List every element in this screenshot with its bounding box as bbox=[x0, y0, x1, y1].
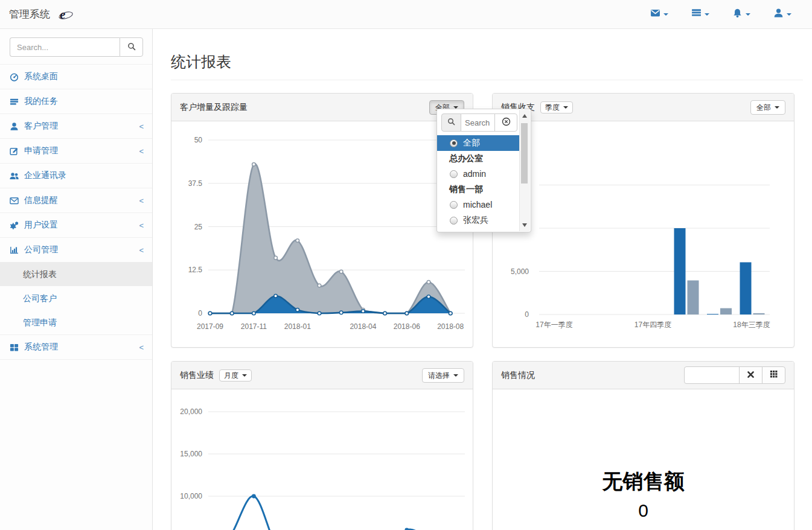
circle-x-icon bbox=[502, 117, 511, 128]
scroll-up-arrow[interactable] bbox=[522, 114, 527, 118]
scrollbar-thumb[interactable] bbox=[521, 123, 528, 184]
dropdown-option[interactable]: admin bbox=[437, 166, 520, 182]
sidebar-item-th-large[interactable]: 系统管理< bbox=[0, 334, 152, 359]
sidebar-subitem[interactable]: 统计报表 bbox=[0, 262, 152, 286]
sidebar-item-label: 申请管理 bbox=[24, 145, 58, 156]
notifications-menu[interactable] bbox=[732, 8, 750, 21]
sales-filter-button[interactable]: 全部 bbox=[750, 100, 785, 115]
radio-icon bbox=[450, 139, 458, 147]
choose-filter-button[interactable]: 请选择 bbox=[422, 368, 464, 383]
panel-sales-status: 销售情况 无销售额 0 bbox=[492, 361, 794, 530]
customer-area-chart: 012.52537.5502017-092017-112018-012018-0… bbox=[171, 121, 473, 348]
sales-search-input[interactable] bbox=[684, 366, 740, 384]
dashboard-icon bbox=[10, 72, 19, 81]
sidebar-item-bar-chart[interactable]: 公司管理< bbox=[0, 237, 152, 262]
chevron-down-icon bbox=[746, 13, 750, 16]
svg-text:50: 50 bbox=[194, 136, 203, 144]
filter-dropdown: 全部总办公室admin销售一部michael张宏兵 bbox=[436, 109, 531, 232]
mail-o-icon bbox=[10, 196, 19, 205]
sidebar-item-cogs[interactable]: 用户设置< bbox=[0, 212, 152, 237]
chevron-left-icon: < bbox=[139, 246, 144, 255]
sidebar-item-users[interactable]: 企业通讯录 bbox=[0, 163, 152, 188]
dropdown-search bbox=[441, 113, 517, 132]
svg-text:10,000: 10,000 bbox=[180, 492, 202, 500]
main-content: 统计报表 客户增量及跟踪量 全部 012.52537.5502017-09201… bbox=[153, 29, 812, 530]
dropdown-option-label: 全部 bbox=[463, 138, 480, 148]
th-large-icon bbox=[10, 343, 19, 352]
ie-browser-icon: e bbox=[60, 7, 74, 22]
chevron-left-icon: < bbox=[139, 122, 144, 131]
chevron-left-icon: < bbox=[139, 196, 144, 205]
sidebar-subitem[interactable]: 公司客户 bbox=[0, 286, 152, 310]
panel-heading: 销售收支 季度 全部 bbox=[493, 94, 794, 121]
dropdown-search-input[interactable] bbox=[461, 113, 495, 132]
search-icon bbox=[447, 117, 455, 128]
clear-button[interactable] bbox=[739, 366, 762, 384]
svg-text:18年三季度: 18年三季度 bbox=[733, 321, 770, 329]
dropdown-scrollbar[interactable] bbox=[519, 110, 530, 231]
sidebar: 系统桌面我的任务客户管理<申请管理<企业通讯录信息提醒<用户设置<公司管理<统计… bbox=[0, 29, 153, 530]
search-button[interactable] bbox=[120, 37, 143, 57]
svg-text:2018-06: 2018-06 bbox=[394, 322, 420, 331]
sidebar-subitem[interactable]: 管理申请 bbox=[0, 310, 152, 334]
users-icon bbox=[10, 171, 19, 180]
cogs-icon bbox=[10, 221, 19, 230]
sidebar-item-label: 信息提醒 bbox=[24, 195, 58, 206]
dropdown-option[interactable]: 张宏兵 bbox=[437, 212, 520, 228]
panel-heading: 销售情况 bbox=[493, 362, 794, 389]
chevron-left-icon: < bbox=[139, 343, 144, 352]
scroll-down-arrow[interactable] bbox=[522, 223, 527, 227]
sidebar-item-tasks[interactable]: 我的任务 bbox=[0, 89, 152, 113]
dropdown-clear-button[interactable] bbox=[494, 113, 517, 132]
dropdown-search-addon bbox=[441, 113, 461, 132]
sidebar-item-mail-o[interactable]: 信息提醒< bbox=[0, 188, 152, 212]
panel-title: 销售情况 bbox=[501, 370, 535, 381]
user-icon bbox=[10, 122, 19, 131]
chevron-down-icon bbox=[775, 106, 779, 109]
sidebar-item-user[interactable]: 客户管理< bbox=[0, 113, 152, 138]
performance-line-chart: 05,00010,00015,00020,000 bbox=[171, 389, 473, 530]
period-select-button[interactable]: 季度 bbox=[540, 101, 573, 113]
bell-icon bbox=[732, 8, 743, 21]
panel-heading: 销售业绩 月度 请选择 bbox=[171, 362, 473, 389]
tasks-menu[interactable] bbox=[691, 8, 709, 21]
sidebar-item-label: 用户设置 bbox=[24, 220, 58, 231]
sales-search-group bbox=[684, 366, 785, 384]
dropdown-option-label: 张宏兵 bbox=[463, 215, 488, 226]
dropdown-option[interactable]: michael bbox=[437, 197, 520, 212]
chevron-down-icon bbox=[242, 374, 247, 377]
grid-icon bbox=[770, 370, 778, 380]
page-title: 统计报表 bbox=[171, 52, 803, 80]
search-input[interactable] bbox=[10, 37, 120, 57]
bar-chart-icon bbox=[10, 246, 19, 255]
panel-sales-performance: 销售业绩 月度 请选择 05,00010,00015,00020,000 bbox=[171, 361, 473, 530]
sidebar-item-label: 公司管理 bbox=[24, 244, 58, 255]
user-menu[interactable] bbox=[773, 8, 791, 21]
panel-heading: 客户增量及跟踪量 全部 bbox=[171, 94, 473, 121]
month-select-button[interactable]: 月度 bbox=[219, 369, 252, 382]
panel-sales-balance: 销售收支 季度 全部 05,00010,00015,00017年一季度17年四季… bbox=[492, 93, 794, 348]
sidebar-submenu: 统计报表公司客户管理申请 bbox=[0, 262, 152, 334]
svg-text:15,000: 15,000 bbox=[180, 450, 202, 458]
sidebar-item-label: 系统管理 bbox=[24, 342, 58, 353]
mail-icon bbox=[650, 8, 660, 21]
svg-text:25: 25 bbox=[194, 223, 203, 231]
sidebar-item-edit[interactable]: 申请管理< bbox=[0, 138, 152, 163]
svg-text:17年一季度: 17年一季度 bbox=[535, 321, 572, 329]
sidebar-menu: 系统桌面我的任务客户管理<申请管理<企业通讯录信息提醒<用户设置<公司管理<统计… bbox=[0, 64, 152, 360]
dropdown-option[interactable]: 全部 bbox=[437, 135, 520, 151]
grid-view-button[interactable] bbox=[762, 366, 785, 384]
svg-text:2018-08: 2018-08 bbox=[437, 322, 464, 331]
svg-text:0: 0 bbox=[525, 310, 529, 319]
svg-text:2018-04: 2018-04 bbox=[350, 322, 376, 331]
svg-text:2018-01: 2018-01 bbox=[284, 322, 311, 331]
no-sales-value: 0 bbox=[493, 500, 794, 521]
sidebar-item-dashboard[interactable]: 系统桌面 bbox=[0, 64, 152, 89]
svg-text:37.5: 37.5 bbox=[188, 179, 203, 188]
x-icon bbox=[747, 371, 755, 380]
svg-text:12.5: 12.5 bbox=[188, 266, 203, 274]
messages-menu[interactable] bbox=[650, 8, 668, 21]
svg-text:2017-09: 2017-09 bbox=[197, 322, 223, 331]
dropdown-group-label: 销售一部 bbox=[437, 182, 520, 197]
svg-text:2017-11: 2017-11 bbox=[241, 322, 267, 331]
